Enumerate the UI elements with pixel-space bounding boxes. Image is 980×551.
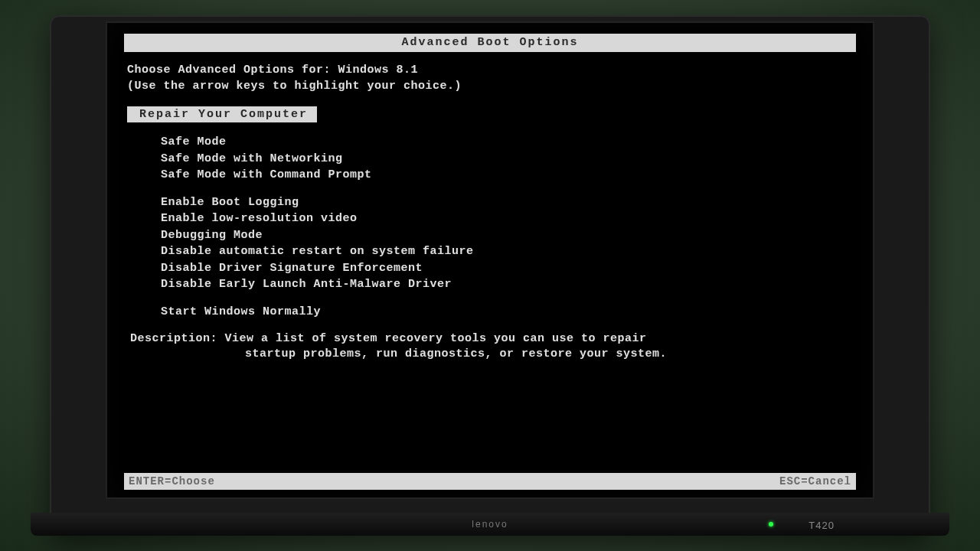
option-safe-mode-networking[interactable]: Safe Mode with Networking [161,152,856,167]
hint-enter: ENTER=Choose [129,474,215,488]
option-safe-mode[interactable]: Safe Mode [161,135,856,150]
description-block: Description: View a list of system recov… [130,331,856,361]
option-disable-elam[interactable]: Disable Early Launch Anti-Malware Driver [161,277,856,292]
option-disable-driver-sig[interactable]: Disable Driver Signature Enforcement [161,261,856,276]
option-disable-auto-restart[interactable]: Disable automatic restart on system fail… [161,244,856,259]
option-start-normally[interactable]: Start Windows Normally [161,305,856,320]
option-group: Enable Boot Logging Enable low-resolutio… [161,195,856,292]
brand-label: lenovo [472,519,508,530]
option-enable-low-res-video[interactable]: Enable low-resolution video [161,211,856,227]
laptop-frame: Advanced Boot Options Choose Advanced Op… [50,15,930,536]
laptop-base: lenovo T420 [31,513,949,536]
option-group: Safe Mode Safe Mode with Networking Safe… [161,135,856,183]
power-led-icon [769,522,773,527]
option-repair-your-computer[interactable]: Repair Your Computer [127,106,317,123]
description-line1: View a list of system recovery tools you… [225,332,647,345]
option-safe-mode-command-prompt[interactable]: Safe Mode with Command Prompt [161,168,856,183]
os-name: Windows 8.1 [338,64,419,77]
option-group: Start Windows Normally [161,305,856,320]
option-enable-boot-logging[interactable]: Enable Boot Logging [161,195,856,210]
model-label: T420 [808,520,835,531]
option-debugging-mode[interactable]: Debugging Mode [161,228,856,243]
description-label: Description: [130,332,225,345]
bottom-bar: ENTER=Choose ESC=Cancel [124,473,856,490]
hint-esc: ESC=Cancel [779,474,851,488]
prompt-line: Choose Advanced Options for: Windows 8.1 [127,63,856,78]
screen-body: Choose Advanced Options for: Windows 8.1… [124,52,856,462]
prompt-label: Choose Advanced Options for: [127,64,338,77]
title-bar: Advanced Boot Options [124,34,856,52]
options-list: Safe Mode Safe Mode with Networking Safe… [161,135,856,319]
photo-background: Advanced Boot Options Choose Advanced Op… [0,0,980,551]
prompt-hint: (Use the arrow keys to highlight your ch… [127,79,856,94]
description-line2: startup problems, run diagnostics, or re… [245,347,856,362]
boot-screen: Advanced Boot Options Choose Advanced Op… [107,23,873,497]
